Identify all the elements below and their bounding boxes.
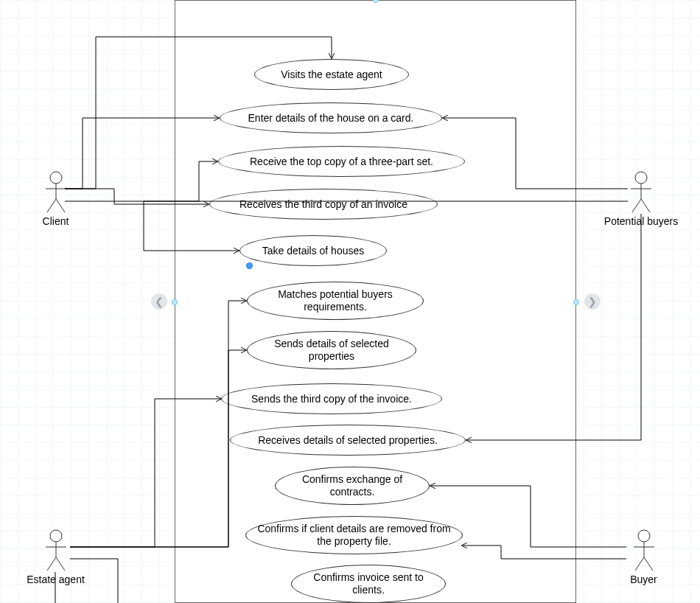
- usecase-label: Receives the third copy of an invoice: [239, 198, 407, 211]
- svg-line-14: [56, 557, 65, 571]
- usecase-receives-selected-properties[interactable]: Receives details of selected properties.: [230, 425, 466, 456]
- actor-potential-buyers[interactable]: Potential buyers: [601, 171, 682, 227]
- usecase-label: Take details of houses: [262, 245, 365, 257]
- usecase-label: Confirms exchange of contracts.: [280, 473, 424, 498]
- usecase-receives-third-invoice[interactable]: Receives the third copy of an invoice: [209, 189, 438, 220]
- usecase-take-details[interactable]: Take details of houses: [239, 235, 387, 266]
- stick-figure-icon: [629, 529, 659, 572]
- svg-line-13: [47, 557, 56, 571]
- svg-line-4: [56, 199, 65, 212]
- diagram-canvas[interactable]: Visits the estate agent Enter details of…: [0, 0, 700, 603]
- usecase-label: Receive the top copy of a three-part set…: [250, 156, 433, 168]
- usecase-confirms-client-details-removed[interactable]: Confirms if client details are removed f…: [245, 516, 463, 554]
- usecase-label: Confirms invoice sent to clients.: [296, 571, 441, 596]
- usecase-label: Enter details of the house on a card.: [248, 112, 414, 125]
- usecase-sends-selected-properties[interactable]: Sends details of selected properties: [247, 331, 416, 369]
- usecase-enter-details[interactable]: Enter details of the house on a card.: [220, 102, 442, 133]
- usecase-label: Visits the estate agent: [281, 69, 382, 81]
- actor-client[interactable]: Client: [35, 171, 76, 227]
- usecase-label: Confirms if client details are removed f…: [251, 523, 458, 548]
- usecase-label: Sends the third copy of the invoice.: [251, 393, 412, 405]
- svg-line-8: [632, 199, 641, 212]
- svg-point-10: [50, 530, 62, 542]
- stick-figure-icon: [626, 171, 656, 214]
- nav-next-button[interactable]: ❯: [584, 293, 601, 310]
- nav-prev-button[interactable]: ❮: [151, 293, 167, 310]
- actor-label: Buyer: [623, 574, 664, 585]
- svg-line-18: [635, 557, 644, 571]
- usecase-label: Matches potential buyers requirements.: [252, 288, 419, 313]
- svg-point-0: [50, 172, 62, 184]
- svg-point-15: [638, 530, 650, 542]
- actor-buyer[interactable]: Buyer: [623, 529, 664, 585]
- usecase-confirms-invoice-sent[interactable]: Confirms invoice sent to clients.: [291, 565, 446, 603]
- usecase-label: Sends details of selected properties: [252, 338, 411, 363]
- actor-label: Potential buyers: [601, 215, 682, 227]
- actor-label: Estate agent: [21, 574, 91, 585]
- actor-label: Client: [35, 215, 76, 227]
- svg-line-19: [644, 557, 653, 571]
- usecase-confirms-exchange[interactable]: Confirms exchange of contracts.: [275, 467, 430, 505]
- svg-point-5: [635, 172, 647, 184]
- handle-right[interactable]: [573, 299, 579, 305]
- actor-estate-agent[interactable]: Estate agent: [21, 529, 91, 585]
- svg-line-3: [47, 199, 56, 212]
- handle-left[interactable]: [172, 299, 178, 305]
- usecase-label: Receives details of selected properties.: [258, 434, 438, 447]
- usecase-sends-third-invoice[interactable]: Sends the third copy of the invoice.: [221, 383, 442, 414]
- usecase-visits-estate-agent[interactable]: Visits the estate agent: [254, 59, 409, 90]
- usecase-receive-top-copy[interactable]: Receive the top copy of a three-part set…: [218, 146, 465, 177]
- svg-line-9: [641, 199, 650, 212]
- stick-figure-icon: [41, 171, 71, 214]
- selection-dot[interactable]: [246, 262, 253, 269]
- usecase-matches-requirements[interactable]: Matches potential buyers requirements.: [247, 282, 424, 320]
- stick-figure-icon: [41, 529, 71, 572]
